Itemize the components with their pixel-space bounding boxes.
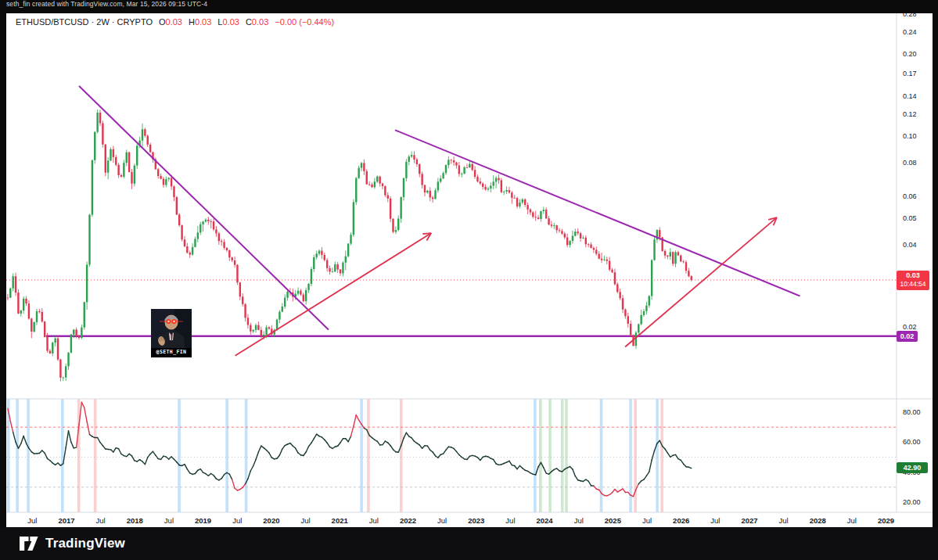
- rsi-segment: [102, 446, 105, 449]
- rsi-axis-labels[interactable]: 80.0060.0040.0020.00: [903, 408, 921, 506]
- rsi-segment: [646, 472, 649, 476]
- symbol-legend[interactable]: ETHUSD/BTCUSD · 2W · CRYPTO O0.03 H0.03 …: [16, 17, 334, 27]
- rsi-segment: [267, 450, 269, 453]
- ohlc-high: H0.03: [189, 17, 211, 27]
- candle-body: [368, 185, 370, 185]
- candle-body: [336, 264, 338, 270]
- candle-body: [466, 167, 468, 168]
- change-value: −0.00 (−0.44%): [275, 17, 334, 27]
- candle-body: [234, 260, 235, 265]
- tradingview-wordmark[interactable]: TradingView: [45, 536, 125, 551]
- time-axis-label: 2026: [673, 516, 689, 525]
- attribution-text: seth_fin created with TradingView.com, M…: [6, 1, 207, 8]
- candle-body: [213, 221, 214, 229]
- rsi-event-band: [534, 399, 537, 512]
- candle-body: [421, 174, 422, 185]
- candle-body: [160, 176, 161, 179]
- trendline[interactable]: [396, 131, 800, 296]
- candle-body: [400, 197, 401, 218]
- candle-body: [12, 276, 13, 289]
- candle-body: [228, 250, 230, 257]
- rsi-event-band: [561, 399, 564, 512]
- candle-body: [38, 311, 40, 312]
- candle-body: [54, 339, 56, 343]
- time-axis-label: 2024: [537, 516, 554, 525]
- candle-body: [321, 251, 322, 255]
- candle-body: [361, 163, 362, 167]
- candle-body: [601, 259, 602, 260]
- candle-body: [110, 149, 111, 161]
- candle-body: [395, 230, 397, 232]
- candle-body: [519, 203, 520, 206]
- candle-body: [374, 181, 376, 187]
- trend-arrow[interactable]: [625, 217, 777, 346]
- candle-body: [426, 191, 428, 192]
- rsi-event-band: [634, 399, 637, 512]
- price-axis-label: 0.28: [903, 13, 917, 18]
- time-axis-label: 2029: [878, 516, 894, 525]
- candle-body: [303, 295, 304, 301]
- arrowhead-icon: [422, 233, 431, 234]
- time-axis-label: 2021: [332, 516, 349, 525]
- candle-body: [403, 178, 404, 197]
- ohlc-low: L0.03: [217, 17, 239, 27]
- candle-body: [638, 324, 639, 332]
- candle-body: [307, 284, 309, 290]
- rsi-segment: [23, 436, 26, 443]
- candle-body: [70, 335, 72, 353]
- time-axis-label: 2019: [195, 516, 211, 525]
- ohlc-close: C0.03: [246, 17, 268, 27]
- rsi-event-band: [360, 399, 363, 512]
- candle-body: [434, 190, 436, 199]
- rsi-segment: [667, 453, 670, 457]
- price-axis-label: 0.02: [903, 323, 917, 331]
- candle-body: [514, 198, 516, 199]
- candle-body: [588, 244, 589, 245]
- rsi-event-band: [656, 399, 659, 512]
- time-axis-label: 2023: [468, 516, 484, 525]
- candle-body: [505, 190, 507, 192]
- rsi-segment: [544, 468, 546, 473]
- candle-body: [136, 145, 138, 165]
- symbol-title[interactable]: ETHUSD/BTCUSD · 2W · CRYPTO: [16, 17, 153, 27]
- candle-body: [67, 353, 69, 366]
- tradingview-logo-icon[interactable]: [20, 536, 38, 551]
- rsi-segment: [309, 443, 311, 446]
- rsi-line: [8, 402, 692, 497]
- candle-body: [677, 252, 679, 255]
- candle-body: [472, 164, 473, 170]
- chart-canvas[interactable]: Jul2017Jul2018Jul2019Jul2020Jul2021Jul20…: [6, 13, 933, 527]
- candle-body: [134, 166, 135, 184]
- time-axis-label: Jul: [300, 516, 310, 525]
- candle-body: [131, 172, 132, 184]
- candle-body: [645, 306, 647, 311]
- candle-body: [284, 298, 286, 307]
- candle-body: [445, 165, 447, 173]
- candle-body: [476, 177, 478, 181]
- candle-body: [176, 197, 178, 214]
- candle-body: [537, 217, 539, 219]
- trendline[interactable]: [80, 86, 329, 329]
- candle-body: [442, 173, 444, 178]
- candle-body: [126, 153, 128, 163]
- rsi-segment: [148, 454, 150, 457]
- candle-body: [75, 329, 77, 336]
- trend-arrow[interactable]: [235, 233, 432, 356]
- candle-body: [157, 169, 159, 176]
- price-axis-label: 0.06: [903, 192, 917, 200]
- candle-body: [680, 255, 681, 261]
- candle-body: [429, 191, 431, 198]
- rsi-segment: [456, 451, 458, 454]
- rsi-segment: [681, 460, 683, 464]
- candle-body: [355, 178, 357, 203]
- time-axis-labels[interactable]: Jul2017Jul2018Jul2019Jul2020Jul2021Jul20…: [27, 516, 894, 525]
- rsi-event-band: [225, 399, 228, 512]
- candle-body: [194, 239, 196, 247]
- chart-frame: Jul2017Jul2018Jul2019Jul2020Jul2021Jul20…: [6, 13, 933, 527]
- ohlc-value: 0.03: [166, 17, 182, 27]
- candle-body: [345, 257, 347, 263]
- candle-body: [598, 254, 599, 259]
- candle-body: [173, 186, 174, 197]
- rsi-segment: [422, 446, 425, 449]
- rsi-segment: [388, 443, 390, 446]
